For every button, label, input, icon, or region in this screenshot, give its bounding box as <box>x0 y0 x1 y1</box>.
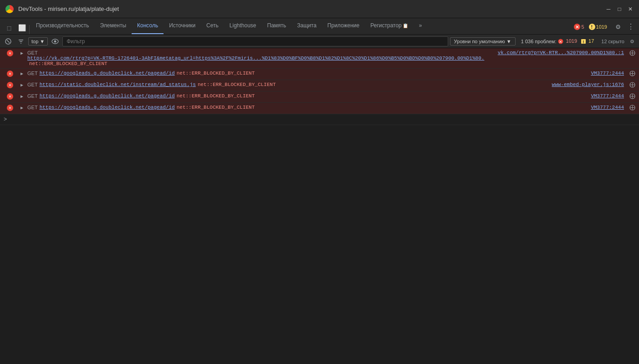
tab-recorder[interactable]: Регистратор 📋 <box>365 18 414 34</box>
network-request-icon[interactable] <box>629 91 639 102</box>
close-button[interactable]: ✕ <box>627 6 634 12</box>
expand-arrow-icon[interactable]: ▶ <box>18 80 26 91</box>
error-badge: ✕ 5 <box>574 24 584 30</box>
entry-error-code: net::ERR_BLOCKED_BY_CLIENT <box>177 105 255 110</box>
error-circle-icon: ✕ <box>7 93 13 100</box>
console-settings-button[interactable]: ⚙ <box>628 37 636 46</box>
tab-application[interactable]: Приложение <box>322 18 365 34</box>
entry-error-code: net::ERR_BLOCKED_BY_CLIENT <box>177 71 255 76</box>
devtools-more-button[interactable]: ⋮ <box>625 21 636 32</box>
entry-error-code: net::ERR_BLOCKED_BY_CLIENT <box>198 82 276 87</box>
svg-rect-2 <box>19 40 23 40</box>
context-selector[interactable]: top ▼ <box>28 37 48 46</box>
entry-method: GET <box>27 105 38 110</box>
entry-content: GEThttps://googleads.g.doubleclick.net/p… <box>26 91 589 102</box>
entry-error-code: net::ERR_BLOCKED_BY_CLIENT <box>29 61 107 66</box>
svg-line-1 <box>7 40 10 43</box>
chrome-icon <box>5 5 14 13</box>
network-request-icon[interactable] <box>629 69 639 80</box>
tab-actions: ✕ 5 ! 1019 ⚙ ⋮ <box>574 21 636 34</box>
entry-error-indicator: ✕ <box>0 48 18 68</box>
tab-divider <box>29 25 30 34</box>
entry-method: GET <box>27 82 38 87</box>
entry-method: GET <box>27 71 38 76</box>
tab-memory[interactable]: Память <box>262 18 292 34</box>
entry-url[interactable]: https://googleads.g.doubleclick.net/page… <box>40 93 175 99</box>
tab-more[interactable]: » <box>414 18 428 34</box>
levels-selector[interactable]: Уровни по умолчанию ▼ <box>450 37 516 46</box>
console-entry[interactable]: ✕▶GEThttps://googleads.g.doubleclick.net… <box>0 103 639 114</box>
window-title: DevTools - mirisen.ru/platja/plate-dujet <box>18 5 119 12</box>
warning-icon: ! <box>589 24 595 30</box>
eye-button[interactable] <box>50 36 61 47</box>
entry-content: GEThttps://googleads.g.doubleclick.net/p… <box>26 69 589 80</box>
entry-source[interactable]: vk.com/rtrg?p=VK-RTR...%207900.00%D1%80.… <box>496 48 628 68</box>
tab-console[interactable]: Консоль <box>132 18 164 34</box>
error-circle-icon: ✕ <box>7 82 13 88</box>
svg-point-6 <box>54 40 56 42</box>
entry-source[interactable]: VM3777:2444 <box>589 103 628 114</box>
entry-url[interactable]: https://vk.com/rtrg?p=VK-RTRG-1726401-3A… <box>27 56 484 61</box>
inspect-element-icon[interactable]: ⬜ <box>15 21 28 34</box>
devtools-settings-button[interactable]: ⚙ <box>613 21 624 32</box>
entry-error-indicator: ✕ <box>0 91 18 102</box>
entry-url[interactable]: https://googleads.g.doubleclick.net/page… <box>40 105 175 110</box>
warning-badge: ! 1019 <box>589 24 607 30</box>
entry-content: GEThttps://vk.com/rtrg?p=VK-RTRG-1726401… <box>26 48 496 68</box>
entry-source[interactable]: VM3777:2444 <box>589 69 628 80</box>
entry-source[interactable]: VM3777:2444 <box>589 91 628 102</box>
console-entry[interactable]: ✕▶GEThttps://vk.com/rtrg?p=VK-RTRG-17264… <box>0 48 639 69</box>
svg-text:✕: ✕ <box>559 40 562 44</box>
minimize-button[interactable]: ─ <box>605 6 612 12</box>
tab-elements[interactable]: Элементы <box>94 18 132 34</box>
console-output: ✕▶GEThttps://vk.com/rtrg?p=VK-RTRG-17264… <box>0 48 639 364</box>
tab-sources[interactable]: Источники <box>164 18 201 34</box>
console-entry[interactable]: ✕▶GEThttps://googleads.g.doubleclick.net… <box>0 69 639 80</box>
entry-error-indicator: ✕ <box>0 80 18 91</box>
tab-lighthouse[interactable]: Lighthouse <box>224 18 262 34</box>
entry-source[interactable]: www-embed-player.js:1676 <box>550 80 628 91</box>
network-request-icon[interactable] <box>629 48 639 68</box>
svg-rect-3 <box>20 41 22 42</box>
entry-error-indicator: ✕ <box>0 103 18 114</box>
title-bar: DevTools - mirisen.ru/platja/plate-dujet… <box>0 0 639 18</box>
error-icon: ✕ <box>574 24 580 30</box>
entry-method: GET <box>27 93 38 99</box>
network-request-icon[interactable] <box>629 80 639 91</box>
expand-arrow-icon[interactable]: ▶ <box>18 91 26 102</box>
tab-security[interactable]: Защита <box>291 18 322 34</box>
entry-error-indicator: ✕ <box>0 69 18 80</box>
entry-content: GEThttps://googleads.g.doubleclick.net/p… <box>26 103 589 114</box>
hidden-count: 12 скрыто <box>599 39 626 44</box>
console-toolbar: top ▼ Уровни по умолчанию ▼ 1 036 пробле… <box>0 35 639 48</box>
entry-error-code: net::ERR_BLOCKED_BY_CLIENT <box>177 93 255 99</box>
error-circle-icon: ✕ <box>7 50 13 56</box>
maximize-button[interactable]: □ <box>616 6 623 12</box>
entry-url[interactable]: https://static.doubleclick.net/instream/… <box>40 82 196 87</box>
entry-method: GET <box>27 50 38 56</box>
entry-content: GEThttps://static.doubleclick.net/instre… <box>26 80 550 91</box>
issues-counter: 1 036 проблем: ✕ 1019 ! 17 <box>517 38 598 44</box>
console-entry[interactable]: ✕▶GEThttps://static.doubleclick.net/inst… <box>0 80 639 91</box>
network-request-icon[interactable] <box>629 103 639 114</box>
filter-input[interactable] <box>62 36 448 46</box>
clear-console-button[interactable] <box>3 36 14 47</box>
expand-arrow-icon[interactable]: ▶ <box>18 69 26 80</box>
expand-arrow-icon[interactable]: ▶ <box>18 103 26 114</box>
tab-performance[interactable]: Производительность <box>31 18 94 34</box>
error-circle-icon: ✕ <box>7 71 13 77</box>
tab-network[interactable]: Сеть <box>201 18 224 34</box>
filter-toggle-button[interactable] <box>15 36 26 47</box>
svg-text:!: ! <box>583 40 584 44</box>
error-circle-icon: ✕ <box>7 105 13 111</box>
console-prompt[interactable]: > <box>0 114 639 125</box>
entry-url[interactable]: https://googleads.g.doubleclick.net/page… <box>40 71 175 76</box>
console-entry[interactable]: ✕▶GEThttps://googleads.g.doubleclick.net… <box>0 91 639 103</box>
dock-icon[interactable]: ⬚ <box>3 21 15 34</box>
expand-arrow-icon[interactable]: ▶ <box>18 48 26 68</box>
prompt-arrow-icon: > <box>4 116 7 123</box>
svg-rect-4 <box>20 43 21 44</box>
devtools-tab-bar: ⬚ ⬜ Производительность Элементы Консоль … <box>0 18 639 35</box>
